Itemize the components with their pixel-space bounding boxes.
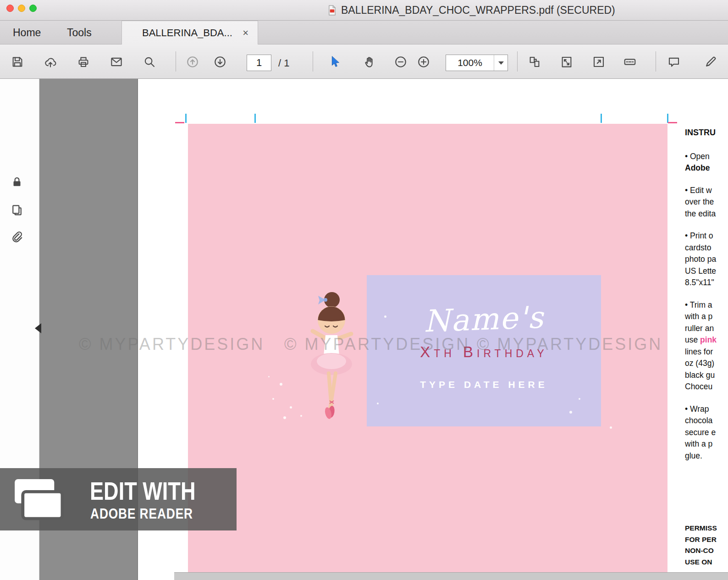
fit-page-button[interactable]: [557, 52, 576, 72]
permissions-line: USE ON: [685, 557, 717, 568]
crop-mark: [254, 114, 256, 123]
instruction-line: oz (43g): [685, 358, 728, 370]
pink-highlight-word: pink: [700, 335, 717, 344]
sparkle-dot: [280, 383, 282, 386]
sparkle-dot: [290, 406, 292, 409]
upload-button[interactable]: [41, 52, 60, 72]
crop-mark: [175, 122, 184, 123]
instruction-line: glue.: [685, 450, 728, 462]
pages-panel-button[interactable]: [8, 201, 26, 220]
instruction-line: US Lette: [685, 265, 728, 277]
banner-title: EDIT WITH: [90, 476, 195, 506]
ballerina-illustration: [297, 288, 366, 421]
cursor-icon: [328, 55, 342, 69]
sparkle-dot: [377, 403, 379, 404]
horizontal-scrollbar[interactable]: [174, 572, 728, 580]
fit-page-icon: [560, 55, 574, 69]
date-text: TYPE DATE HERE: [420, 379, 547, 390]
sign-pen-icon: [704, 55, 717, 69]
instruction-line: Choceu: [685, 381, 728, 393]
previous-page-button[interactable]: [183, 52, 202, 72]
toolbar-separator: [517, 51, 518, 72]
zoom-in-icon: [417, 55, 430, 69]
comment-icon: [667, 55, 681, 69]
page-view-icon: [528, 55, 541, 69]
instruction-text: use: [685, 335, 700, 344]
page-up-icon: [186, 55, 199, 69]
instruction-line: use pink: [685, 334, 728, 346]
crop-mark: [601, 114, 602, 123]
select-tool-button[interactable]: [325, 52, 344, 72]
document-tab-label: BALLERINA_BDA...: [142, 27, 232, 39]
zoom-value-label: 100%: [446, 57, 494, 68]
comment-button[interactable]: [665, 52, 683, 72]
instruction-line: 8.5"x11": [685, 277, 728, 289]
instruction-line: photo pa: [685, 254, 728, 265]
crop-mark: [668, 122, 677, 123]
save-button[interactable]: [8, 52, 27, 72]
paperclip-icon: [10, 230, 24, 244]
zoom-window-button[interactable]: [29, 5, 37, 12]
instruction-line: • Trim a: [685, 299, 728, 311]
instruction-line: black gu: [685, 370, 728, 381]
sparkle-dot: [384, 315, 386, 318]
watermark: © MYPARTYDESIGN: [284, 335, 470, 354]
hand-tool-button[interactable]: [360, 52, 379, 72]
acrobat-window: BALLERINA_BDAY_CHOC_WRAPPERS.pdf (SECURE…: [0, 0, 728, 580]
instruction-line: • Wrap: [685, 403, 728, 415]
fullscreen-icon: [592, 55, 606, 69]
security-panel-button[interactable]: [8, 173, 26, 191]
envelope-icon: [110, 55, 123, 69]
zoom-out-button[interactable]: [392, 52, 410, 72]
instruction-line: Adobe: [685, 162, 728, 174]
print-button[interactable]: [74, 52, 93, 72]
fullscreen-button[interactable]: [590, 52, 608, 72]
watermark: © MYPARTYDESIGN: [477, 335, 662, 354]
fill-sign-button[interactable]: [701, 52, 720, 72]
close-window-button[interactable]: [6, 5, 14, 12]
instruction-line: • Open: [685, 151, 728, 163]
sparkle-dot: [569, 411, 572, 414]
permissions-line: FOR PER: [685, 534, 717, 546]
page-display-button[interactable]: [525, 52, 544, 72]
watermark: © MYPARTYDESIGN: [79, 335, 265, 354]
next-page-button[interactable]: [211, 52, 229, 72]
minimize-window-button[interactable]: [18, 5, 25, 12]
permissions-line: NON-CO: [685, 545, 717, 557]
document-tab[interactable]: BALLERINA_BDA... ×: [121, 21, 258, 44]
zoom-arrow-section: [494, 55, 507, 71]
sparkle-dot: [268, 376, 270, 377]
zoom-level-dropdown[interactable]: 100%: [446, 55, 508, 71]
close-icon[interactable]: ×: [236, 27, 248, 39]
read-mode-button[interactable]: [621, 52, 639, 72]
instruction-line: chocola: [685, 415, 728, 427]
printer-icon: [77, 55, 90, 69]
email-button[interactable]: [107, 52, 126, 72]
tab-tools[interactable]: Tools: [61, 21, 98, 44]
instructions-title: INSTRU: [685, 127, 728, 139]
instruction-line: • Edit w: [685, 185, 728, 197]
instruction-line: cardsto: [685, 242, 728, 254]
edit-with-adobe-banner: EDIT WITH ADOBE READER: [0, 468, 237, 530]
collapse-panel-arrow[interactable]: [35, 323, 41, 333]
instruction-line: lines for: [685, 346, 728, 358]
tab-home[interactable]: Home: [6, 21, 47, 44]
sparkle-dot: [272, 398, 274, 400]
instruction-line: ruller an: [685, 323, 728, 335]
instruction-line: with a p: [685, 438, 728, 450]
search-button[interactable]: [140, 52, 159, 72]
banner-subtitle: ADOBE READER: [90, 506, 193, 522]
instruction-line: with a p: [685, 311, 728, 323]
cloud-upload-icon: [44, 55, 57, 69]
pdf-file-icon: [328, 5, 336, 16]
instruction-line: over the: [685, 196, 728, 208]
titlebar: BALLERINA_BDAY_CHOC_WRAPPERS.pdf (SECURE…: [0, 0, 728, 21]
attachments-panel-button[interactable]: [8, 228, 26, 246]
zoom-in-button[interactable]: [414, 52, 433, 72]
zoom-out-icon: [394, 55, 408, 69]
window-title: BALLERINA_BDAY_CHOC_WRAPPERS.pdf (SECURE…: [341, 4, 615, 17]
instruction-line: secure e: [685, 427, 728, 439]
save-icon: [11, 55, 24, 69]
page-number-input[interactable]: [247, 55, 271, 71]
toolbar-separator: [176, 51, 176, 72]
